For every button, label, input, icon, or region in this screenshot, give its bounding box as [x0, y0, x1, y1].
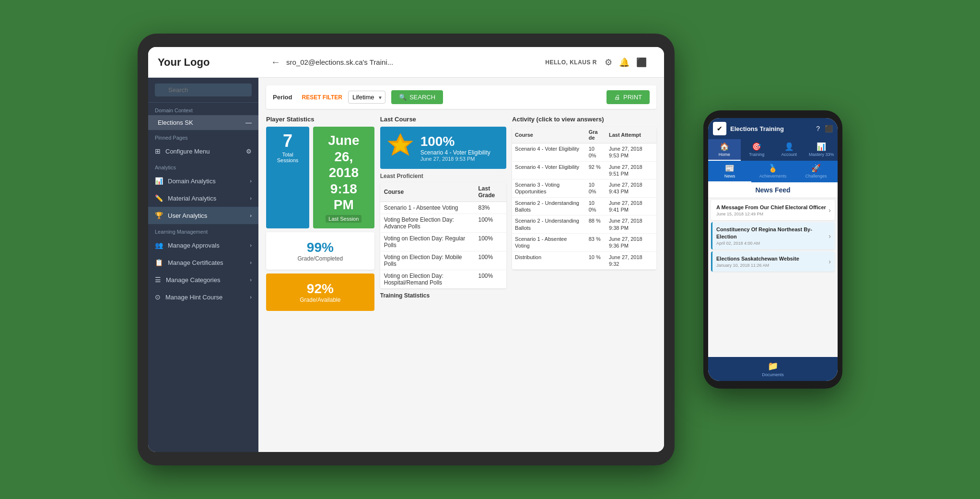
- lp-course: Voting on Election Day: Mobile Polls: [380, 251, 475, 270]
- phone-frame: ✔ Elections Training ? ⬛ 🏠 Home 🎯 Traini…: [703, 110, 842, 389]
- chevron-right-icon-5: ›: [250, 260, 252, 265]
- act-grade: 10 0%: [586, 197, 606, 215]
- back-button[interactable]: ←: [271, 57, 280, 68]
- sidebar-item-manage-categories[interactable]: ☰ Manage Categories ›: [148, 271, 258, 288]
- mastery-label: Mastery 33%: [809, 152, 834, 157]
- lp-course: Scenario 1 - Absentee Voting: [380, 202, 475, 214]
- account-label: Account: [781, 152, 797, 157]
- sidebar-item-manage-approvals[interactable]: 👥 Manage Approvals ›: [148, 237, 258, 254]
- news-item[interactable]: Constituency Of Regina Northeast By-Elec…: [711, 222, 835, 250]
- news-item[interactable]: Elections Saskatchewan Website January 1…: [711, 251, 835, 272]
- phone-logout-icon[interactable]: ⬛: [825, 125, 833, 132]
- sidebar-item-user-analytics[interactable]: 🏆 User Analytics ›: [148, 207, 258, 224]
- act-col-attempt: Last Attempt: [606, 127, 656, 143]
- news-item-date: January 10, 2018 11:26 AM: [716, 263, 799, 268]
- phone-nav-account[interactable]: 👤 Account: [773, 139, 805, 161]
- domain-name: Elections SK: [158, 119, 193, 126]
- manage-certificates-label: Manage Certificates: [168, 259, 223, 266]
- phone-footer[interactable]: 📁 Documents: [708, 357, 838, 381]
- reset-filter-button[interactable]: RESET FILTER: [302, 94, 342, 101]
- configure-menu-label: Configure Menu: [165, 148, 210, 155]
- tablet-screen: Your Logo ← sro_02@elections.sk.ca's Tra…: [148, 47, 664, 452]
- least-proficient-header: Least Proficient: [380, 173, 506, 179]
- pinned-pages-label: Pinned Pages: [148, 130, 258, 143]
- configure-menu-icon: ⊞: [155, 147, 161, 155]
- home-icon: 🏠: [720, 142, 729, 151]
- lp-grade: 100%: [475, 251, 507, 270]
- act-attempt: June 27, 2018 9:41 PM: [606, 197, 656, 215]
- phone-nav-training[interactable]: 🎯 Training: [741, 139, 773, 161]
- last-session-date: June26,20189:18PM: [319, 132, 369, 213]
- domain-context-item[interactable]: Elections SK —: [148, 115, 258, 130]
- manage-certificates-icon: 📋: [155, 259, 163, 266]
- period-select[interactable]: Lifetime: [348, 91, 385, 104]
- logout-icon[interactable]: ⬛: [636, 57, 647, 68]
- grade-tiles: 99% Grade/Completed 92% Grade/Available: [266, 232, 374, 311]
- bell-icon[interactable]: 🔔: [619, 57, 630, 68]
- home-label: Home: [719, 152, 730, 157]
- lp-course: Voting on Election Day: Hospital/Remand …: [380, 270, 475, 289]
- challenges-label: Challenges: [805, 174, 827, 178]
- phone-nav-news[interactable]: 📰 News: [708, 161, 751, 182]
- act-course: Scenario 3 - Voting Opportunities: [512, 179, 586, 198]
- achievements-label: Achievements: [759, 174, 787, 178]
- news-items-container: A Message From Our Chief Electoral Offic…: [708, 200, 838, 272]
- lp-grade: 100%: [475, 270, 507, 289]
- act-grade: 10 0%: [586, 179, 606, 198]
- phone-nav-mastery[interactable]: 📊 Mastery 33%: [805, 139, 838, 161]
- sidebar-item-manage-certificates[interactable]: 📋 Manage Certificates ›: [148, 254, 258, 271]
- domain-analytics-icon: 📊: [155, 177, 163, 185]
- sidebar-item-manage-hint[interactable]: ⊙ Manage Hint Course ›: [148, 288, 258, 306]
- manage-approvals-label: Manage Approvals: [168, 242, 220, 249]
- settings-icon[interactable]: ⚙: [605, 57, 612, 68]
- domain-analytics-label: Domain Analytics: [168, 178, 216, 185]
- chevron-right-icon: ›: [250, 178, 252, 184]
- table-row: Scenario 2 - Understanding Ballots10 0%J…: [512, 197, 656, 215]
- act-attempt: June 27, 2018 9:38 PM: [606, 215, 656, 234]
- least-proficient-table: Course Last Grade Scenario 1 - Absentee …: [380, 182, 506, 288]
- table-row: Voting on Election Day: Mobile Polls100%: [380, 251, 506, 270]
- sidebar-item-material-analytics[interactable]: ✏️ Material Analytics ›: [148, 190, 258, 207]
- phone-help-icon[interactable]: ?: [816, 125, 820, 132]
- phone-nav-home[interactable]: 🏠 Home: [708, 139, 741, 161]
- phone-nav-challenges[interactable]: 🚀 Challenges: [794, 161, 838, 182]
- total-sessions-number: 7: [272, 132, 303, 150]
- lp-grade: 100%: [475, 214, 507, 233]
- table-row: Voting on Election Day: Hospital/Remand …: [380, 270, 506, 289]
- table-row: Distribution10 %June 27, 2018 9:32: [512, 251, 656, 270]
- act-course: Scenario 2 - Understanding Ballots: [512, 197, 586, 215]
- news-item[interactable]: A Message From Our Chief Electoral Offic…: [711, 200, 835, 220]
- learning-mgmt-label: Learning Management: [148, 224, 258, 237]
- print-button[interactable]: 🖨 PRINT: [607, 90, 650, 104]
- manage-categories-icon: ☰: [155, 276, 161, 284]
- grade-completed-tile: 99% Grade/Completed: [266, 232, 374, 270]
- sidebar-item-domain-analytics[interactable]: 📊 Domain Analytics ›: [148, 172, 258, 190]
- manage-hint-icon: ⊙: [155, 293, 161, 301]
- phone-nav-achievements[interactable]: 🏅 Achievements: [751, 161, 794, 182]
- phone-nav-bottom: 📰 News 🏅 Achievements 🚀 Challenges: [708, 161, 838, 182]
- lp-col-course: Course: [380, 182, 475, 202]
- stats-columns: Player Statistics 7 Total Sessions June2…: [266, 116, 656, 311]
- documents-label: Documents: [762, 372, 784, 377]
- training-label: Training: [749, 152, 764, 157]
- search-button[interactable]: 🔍 SEARCH: [391, 90, 443, 104]
- search-input[interactable]: [155, 83, 252, 96]
- activity-header: Activity (click to view answers): [512, 116, 656, 123]
- header-title: sro_02@elections.sk.ca's Traini...: [286, 58, 545, 66]
- user-analytics-label: User Analytics: [168, 212, 207, 219]
- training-stats-header: Training Statistics: [380, 292, 506, 299]
- configure-menu-item[interactable]: ⊞ Configure Menu ⚙: [148, 143, 258, 160]
- act-course: Scenario 2 - Understanding Ballots: [512, 215, 586, 234]
- manage-approvals-icon: 👥: [155, 241, 163, 249]
- act-col-course: Course: [512, 127, 586, 143]
- act-attempt: June 27, 2018 9:51 PM: [606, 161, 656, 179]
- act-col-grade: Gra de: [586, 127, 606, 143]
- act-grade: 92 %: [586, 161, 606, 179]
- last-course-info: 100% Scenario 4 - Voter Eligibility June…: [420, 134, 490, 162]
- player-tiles: 7 Total Sessions June26,20189:18PM Last …: [266, 127, 374, 228]
- chevron-right-icon-4: ›: [250, 242, 252, 248]
- total-sessions-label: Total Sessions: [272, 152, 303, 163]
- table-row: Scenario 3 - Voting Opportunities10 0%Ju…: [512, 179, 656, 198]
- phone-logo-icon: ✔: [717, 125, 723, 132]
- header-greeting: HELLO, KLAUS R: [545, 59, 597, 66]
